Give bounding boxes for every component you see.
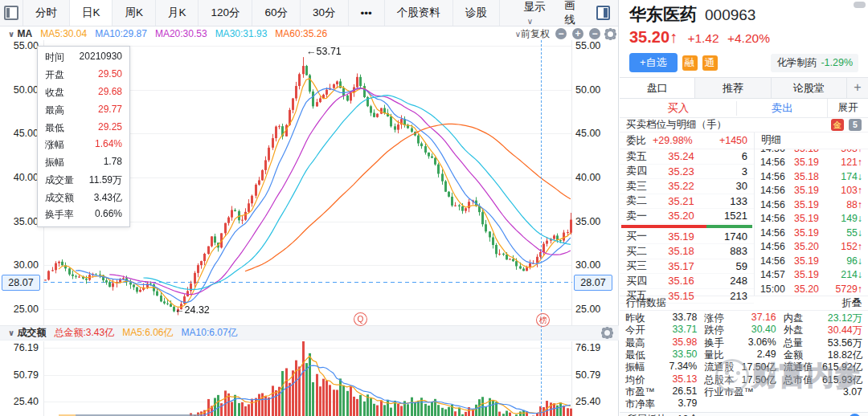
- tick-qty: 214↓: [824, 269, 862, 280]
- toolbar-tab-1[interactable]: 日K: [70, 0, 113, 26]
- dashed-price-badge-right: 28.07: [574, 275, 612, 291]
- volume-tick-left: 25.40: [2, 396, 39, 407]
- chart-layout-icon: [4, 6, 18, 20]
- stock-name: 华东医药: [629, 5, 697, 23]
- expand-button[interactable]: 展开: [827, 99, 868, 117]
- depth-price: 35.23: [655, 165, 707, 177]
- depth-bar: [621, 225, 752, 228]
- orderbook-depth: 委比 +29.98% +1450 卖五35.246卖四35.233卖三35.22…: [620, 133, 755, 296]
- depth-label: 卖二: [626, 194, 655, 208]
- depth-label: 买二: [626, 244, 655, 259]
- stock-header: 华东医药000963 35.20↑ +1.42 +4.20%: [620, 0, 868, 48]
- ask-row-4[interactable]: 卖一35.201521: [620, 209, 754, 224]
- price-change-pct: +4.20%: [727, 31, 770, 45]
- ask-row-0[interactable]: 卖五35.246: [620, 149, 754, 165]
- price-tick-right: 50.00: [575, 84, 617, 96]
- add-tab-button[interactable]: +: [847, 78, 868, 98]
- toolbar-tab-3[interactable]: 月K: [156, 0, 199, 26]
- quote-cell-6-1: 行业市盈™: [704, 385, 783, 399]
- tick-qty: 103↑: [824, 185, 862, 196]
- volume-settings-gear-icon[interactable]: [603, 328, 612, 337]
- tick-row-8: 14:5635.1996↓: [760, 254, 862, 268]
- tick-qty: 55↓: [824, 227, 862, 239]
- tick-time: 14:56: [760, 227, 789, 239]
- tick-price: 35.19: [789, 213, 824, 224]
- volume-toggle[interactable]: ∨ 成交额: [5, 326, 46, 340]
- toolbar-tab-6[interactable]: 30分: [301, 0, 349, 26]
- tick-row-4: 14:5635.1988↑: [760, 198, 862, 212]
- ask-row-2[interactable]: 卖三35.2230: [620, 179, 754, 194]
- sell-button[interactable]: 卖出: [736, 101, 827, 116]
- ma-legend-item-1: MA10:29.87: [95, 28, 147, 39]
- tick-price: 35.19: [789, 255, 824, 267]
- fold-button[interactable]: 折叠: [841, 296, 862, 310]
- panel-tab-0[interactable]: 盘口: [620, 78, 695, 98]
- toolbar-tab-8[interactable]: 个股资料: [385, 0, 453, 26]
- event-marker-q[interactable]: Q: [354, 312, 367, 326]
- tick-price: 35.18: [789, 171, 824, 182]
- level5-icon[interactable]: 5: [849, 119, 862, 131]
- minus-circle-icon[interactable]: −: [589, 28, 600, 39]
- toolbar-tab-4[interactable]: 120分: [199, 0, 252, 26]
- display-menu[interactable]: 显示∨: [524, 0, 551, 27]
- volume-tick-left: 50.79: [2, 369, 39, 381]
- tick-list[interactable]: 14:5635.18503↑14:5635.19121↑14:5635.1817…: [755, 149, 868, 296]
- ask-row-3[interactable]: 卖二35.21133: [620, 194, 754, 210]
- bid-row-1[interactable]: 买二35.18883: [620, 244, 754, 259]
- toolbar-tab-9[interactable]: 诊股: [453, 0, 500, 26]
- connect-badge: 通: [702, 55, 718, 71]
- quote-row-7: 市净率3.79: [620, 398, 868, 410]
- bid-row-2[interactable]: 买三35.1759: [620, 259, 754, 275]
- price-tick-left: 30.00: [2, 259, 39, 271]
- chart-toolbar: 分时日K周K月K120分60分30分•••个股资料诊股 显示∨ 画线: [0, 0, 618, 27]
- sector-footer[interactable]: 所属板块：12个 i: [620, 412, 868, 416]
- price-tick-left: 35.00: [2, 216, 39, 227]
- tick-row-7: 14:5635.20152↑: [760, 239, 862, 254]
- depth-label: 买一: [626, 229, 655, 243]
- add-favorite-button[interactable]: +自选: [629, 53, 678, 72]
- chevron-down-icon: ∨: [527, 17, 533, 26]
- panel-tab-1[interactable]: 推荐: [695, 78, 771, 98]
- event-marker-bang[interactable]: 榜: [536, 313, 550, 327]
- ask-row-1[interactable]: 卖四35.233: [620, 165, 754, 180]
- chart-layout-button[interactable]: [0, 0, 23, 26]
- industry-chip[interactable]: 化学制药-1.29%: [771, 54, 858, 72]
- tick-price: 35.19: [789, 157, 824, 168]
- quote-row-3: 最低33.50量比2.49金额18.82亿: [620, 349, 868, 361]
- scrollbar-thumb[interactable]: [854, 2, 866, 8]
- depth-price: 35.21: [655, 195, 707, 207]
- adjust-toggle[interactable]: ∨前复权: [512, 27, 550, 41]
- tick-row-9: 14:5735.19214↓: [760, 267, 862, 282]
- tooltip-label: 成交量: [45, 173, 74, 187]
- toolbar-tab-7[interactable]: •••: [349, 0, 385, 26]
- volume-legend-item-1: MA5:6.06亿: [122, 326, 173, 340]
- depth-price: 35.20: [655, 210, 707, 222]
- zoom-in-icon[interactable]: +: [572, 28, 583, 39]
- zoom-out-icon[interactable]: −: [555, 28, 567, 39]
- bid-row-0[interactable]: 买一35.191740: [620, 230, 754, 245]
- tick-qty: 149↓: [824, 213, 862, 224]
- buy-button[interactable]: 买入: [620, 101, 736, 116]
- quote-cell-6-2: 3.07: [784, 386, 862, 398]
- settings-gear-icon[interactable]: [606, 30, 615, 39]
- bid-row-3[interactable]: 买四35.16248: [620, 274, 754, 289]
- toolbar-tab-2[interactable]: 周K: [113, 0, 156, 26]
- toolbar-tab-5[interactable]: 60分: [252, 0, 301, 26]
- tick-time: 14:56: [760, 241, 789, 252]
- stock-code: 000963: [705, 6, 755, 23]
- tick-time: 14:56: [760, 199, 789, 210]
- toolbar-tab-0[interactable]: 分时: [23, 0, 70, 26]
- quote-label: 行业市盈™: [704, 385, 753, 399]
- volume-legend: 总金额:3.43亿MA5:6.06亿MA10:6.07亿: [46, 326, 237, 340]
- orderbook-wrap: 委比 +29.98% +1450 卖五35.246卖四35.233卖三35.22…: [620, 133, 868, 296]
- depth-price: 35.19: [655, 230, 707, 243]
- panel-toggle-icon[interactable]: [596, 6, 610, 20]
- gold-level-icon[interactable]: 金: [831, 119, 844, 131]
- price-tick-left: 45.00: [2, 128, 39, 139]
- panel-tab-2[interactable]: 论股堂: [772, 78, 847, 98]
- draw-line-button[interactable]: 画线: [564, 0, 583, 27]
- volume-chart-canvas[interactable]: [43, 341, 572, 416]
- tick-qty: 88↑: [824, 199, 862, 210]
- price-tick-right: 45.00: [575, 128, 617, 139]
- ma-toggle[interactable]: ∨ MA: [5, 28, 32, 39]
